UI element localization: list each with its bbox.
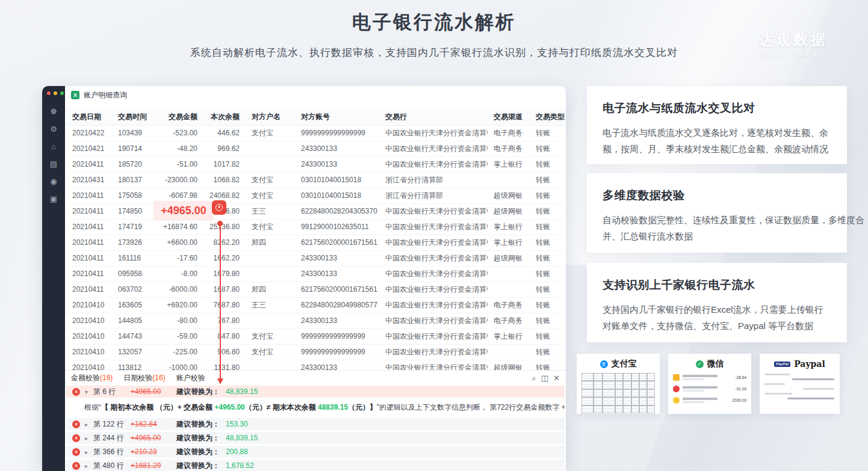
table-cell [488,282,530,297]
table-row[interactable]: 20210410144805-80.00767.80243300133中国农业银… [66,313,565,328]
helm-icon[interactable]: ☸ [48,106,60,118]
home-icon[interactable]: ⌂ [48,141,60,153]
validation-detail: 根据“【 期初本次余额 （元）+ 交易金额 +4965.00（元）≠ 期末本次余… [66,399,565,417]
table-row[interactable]: 20210411063702-6000.001687.80郑四621756020… [66,282,565,297]
table-row[interactable]: 20210411185720-51.001017.82243300133中国农业… [66,156,565,172]
document-icon[interactable]: ▤ [48,158,60,170]
validation-tab[interactable]: 日期校验(16) [123,373,165,383]
caret-right-icon[interactable]: ▸ [85,449,93,455]
tab-account-detail[interactable]: 账户明细查询 [84,90,127,100]
table-cell: 支付宝 [246,188,295,203]
table-cell: 190714 [112,141,150,156]
table-cell [488,172,530,188]
table-cell: 9999999999999999 [295,328,379,344]
table-row[interactable]: 20210411175058-6067.9824068.82支付宝0301010… [66,188,565,203]
table-cell: 超级网银 [488,250,530,266]
search-icon[interactable]: ⌕ [532,374,536,383]
table-cell: 支付宝 [246,125,295,141]
table-cell [246,156,295,172]
validation-row[interactable]: ✕▸第 122 行+162.84建议替换为：153.30 [66,418,565,430]
minimize-window-button[interactable] [54,91,57,95]
caret-right-icon[interactable]: ▸ [85,421,93,428]
table-cell: 20210411 [66,219,112,235]
brand-name: 达观数据 [758,30,828,49]
validation-row[interactable]: ✕▸第 244 行+4965.00建议替换为：48,839.15 [66,432,565,444]
table-cell: -523.00 [150,125,203,141]
feature-title: 支持识别上千家银行电子流水 [603,277,831,293]
close-icon[interactable]: ✕ [553,374,560,383]
validation-tab[interactable]: 账户校验 [176,373,205,383]
table-row[interactable]: 20210410144743-59.00847.80支付宝99999999999… [66,328,565,344]
caret-right-icon[interactable]: ▸ [85,435,93,442]
table-row[interactable]: 20210411174719+16874.6025136.80支付宝991290… [66,219,565,235]
caret-right-icon[interactable]: ▸ [85,463,93,469]
column-header: 交易行 [379,109,488,125]
maximize-window-button[interactable] [60,91,64,95]
table-cell: 20210410 [66,297,112,313]
table-cell: 9999999999999999 [295,125,379,141]
table-cell: 掌上银行 [488,235,530,250]
table-cell: 超级网银 [488,360,530,370]
sample-table-cell [615,397,623,405]
window-controls [42,86,65,95]
table-cell: 1131.80 [203,360,246,370]
annotation-dot [217,221,223,226]
validation-tab[interactable]: 金额校验(16) [71,373,113,383]
table-cell: 中国农业银行天津分行资金清算中心 [379,282,488,297]
table-cell: -6000.00 [150,282,203,297]
wechat-sample-row: 2000.00 [673,397,746,404]
archive-icon[interactable]: ▣ [48,193,60,205]
feature-title: 多维度数据校验 [603,188,831,203]
table-row[interactable]: 20210411095958-8.001679.80243300133中国农业银… [66,266,565,282]
info-icon[interactable]: ◉ [48,176,60,188]
table-row[interactable]: 20210410132057-225.00906.80支付宝9999999999… [66,344,565,360]
alert-clock-badge [212,200,226,215]
table-cell: 中国农业银行天津分行资金清算中心 [379,344,488,360]
feature-card-multidim-validation: 多维度数据校验 自动校验数据完整性、连续性及重复性，保证数据质量，多维度合并、汇… [587,173,847,253]
close-window-button[interactable] [47,91,51,95]
gear-icon[interactable]: ⚙ [48,123,60,135]
validation-row[interactable]: ✕▾第 6 行+4965.00建议替换为：48,839.15 [66,386,565,398]
table-row[interactable]: 20210422103439-523.00446.62支付宝9999999999… [66,125,565,141]
table-row[interactable]: 20210410163605+6920.007687.80王三622848002… [66,297,565,313]
table-row[interactable]: 20210421190714-48.20969.62243300133中国农业银… [66,141,565,156]
window-sidebar: ☸⚙⌂▤◉▣ [42,86,65,471]
table-row[interactable]: 20210431180137-23000.001068.82支付宝0301010… [66,172,565,188]
table-row[interactable]: 20210411174850+4965.009136.80王三622848002… [66,203,565,219]
sample-table-cell [615,373,623,381]
table-cell: 电子商务 [488,141,530,156]
table-cell: 中国农业银行天津分行资金清算中心 [379,250,488,266]
table-row[interactable]: 20210411161116-17.601662.20243300133中国农业… [66,250,565,266]
paypal-sample-receipt [764,374,835,399]
original-value: +162.84 [131,420,176,428]
table-cell: 20210410 [66,313,112,328]
wechat-sample-row: -91.00 [673,386,746,392]
table-cell: 20210411 [66,188,112,203]
table-cell: +6600.00 [150,235,203,250]
sample-table-cell [631,397,639,405]
suggest-label: 建议替换为： [176,461,220,471]
sample-table-cell [639,405,647,413]
table-cell: 113812 [112,360,150,370]
caret-down-icon[interactable]: ▾ [85,389,93,395]
column-header: 交易类型 [530,109,565,125]
transaction-table-body: 20210422103439-523.00446.62支付宝9999999999… [66,125,565,370]
annotation-line [220,226,221,378]
table-cell: 掌上银行 [488,156,530,172]
error-icon: ✕ [72,420,80,428]
panel-icon[interactable]: ◫ [541,374,548,383]
table-cell: 180137 [112,172,150,188]
table-row[interactable]: 20210410113812-1000.001131.80243300133中国… [66,360,565,370]
table-cell: 243300133 [295,266,379,282]
table-row[interactable]: 20210411173926+6600.008262.20郑四621756020… [66,235,565,250]
column-header: 交易渠道 [488,109,530,125]
table-cell: +16874.60 [150,219,203,235]
validation-row[interactable]: ✕▸第 480 行+1681.29建议替换为：1,678.52 [66,460,565,471]
table-cell: 中国农业银行天津分行资金清算中心 [379,125,488,141]
validation-row[interactable]: ✕▸第 366 行+210.23建议替换为：200.88 [66,446,565,458]
feature-card-cross-check: 电子流水与纸质流水交叉比对 电子流水与纸质流水交叉逐条比对，逐笔核对发生额、余额… [587,86,847,164]
original-value: +210.23 [131,448,176,456]
table-cell: -17.60 [150,250,203,266]
table-cell: 6217560200001671561 [295,282,379,297]
column-header: 交易时间 [112,109,150,125]
